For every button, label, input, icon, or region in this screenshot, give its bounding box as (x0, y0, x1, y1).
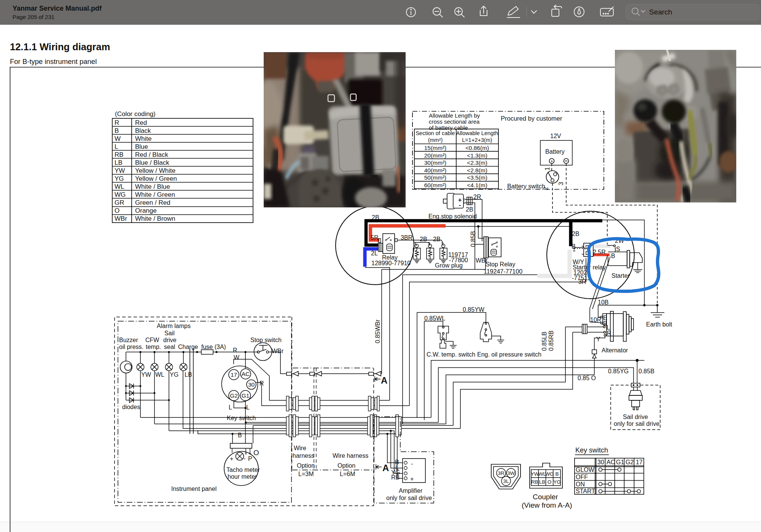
svg-text:AC: AC (607, 459, 615, 465)
svg-text:15(mm²): 15(mm²) (424, 145, 447, 151)
svg-text:B: B (555, 471, 559, 477)
svg-text:Option: Option (297, 462, 315, 469)
svg-text:2B: 2B (572, 231, 580, 237)
svg-text:3: 3 (558, 182, 564, 185)
svg-text:L: L (115, 143, 118, 150)
svg-text:temp.: temp. (146, 344, 161, 350)
svg-text:3R: 3R (498, 470, 505, 476)
svg-text:+: + (230, 456, 233, 462)
svg-text:2B: 2B (420, 236, 427, 242)
svg-text:<2.3(m): <2.3(m) (467, 159, 487, 166)
svg-text:White / Blue: White / Blue (135, 183, 170, 190)
svg-text:Blue: Blue (135, 143, 148, 150)
svg-text:0.85RB: 0.85RB (548, 331, 554, 351)
svg-text:3L: 3L (503, 478, 509, 484)
svg-text:B: B (238, 432, 242, 438)
svg-text:AC: AC (242, 371, 250, 377)
svg-text:O: O (115, 207, 119, 214)
svg-text:OFF: OFF (576, 474, 588, 480)
svg-text:Procured by customer: Procured by customer (501, 115, 562, 122)
svg-text:Stop Relay: Stop Relay (486, 261, 515, 268)
svg-text:YG: YG (170, 371, 178, 378)
svg-text:S: S (616, 246, 620, 252)
svg-text:<1.3(m): <1.3(m) (467, 152, 487, 159)
svg-text:Yanmar Service Manual.pdf: Yanmar Service Manual.pdf (13, 5, 102, 12)
svg-text:Grow plug: Grow plug (435, 262, 463, 269)
svg-text:YW: YW (115, 167, 125, 174)
svg-text:-: - (244, 455, 245, 462)
svg-text:G1: G1 (616, 459, 624, 465)
svg-text:17: 17 (636, 459, 643, 465)
svg-text:Battery switch: Battery switch (507, 183, 545, 190)
svg-text:Charge: Charge (178, 344, 198, 350)
svg-text:diodes: diodes (122, 404, 140, 410)
svg-text:GLOW: GLOW (576, 467, 595, 473)
svg-text:A: A (381, 375, 387, 385)
svg-text:seal: seal (164, 344, 175, 350)
svg-text:Key switch: Key switch (227, 415, 256, 421)
svg-text:Starter: Starter (611, 272, 630, 279)
svg-text:Orange: Orange (135, 207, 157, 214)
svg-text:50(mm²): 50(mm²) (424, 174, 447, 181)
svg-text:+: + (410, 476, 414, 482)
svg-text:17: 17 (231, 371, 237, 378)
svg-text:harness: harness (293, 452, 314, 459)
svg-text:Wire: Wire (294, 445, 306, 451)
svg-text:Green / Red: Green / Red (135, 199, 170, 206)
svg-text:WG: WG (545, 471, 554, 477)
svg-text:C.W. temp. switch: C.W. temp. switch (427, 351, 475, 358)
svg-text:drive: drive (163, 337, 177, 343)
svg-text:Yellow / Green: Yellow / Green (135, 175, 177, 182)
svg-text:<4.1(m): <4.1(m) (467, 182, 487, 188)
svg-text:Alarm lamps: Alarm lamps (157, 323, 191, 329)
svg-text:Sail drive: Sail drive (623, 414, 648, 420)
svg-text:Key switch: Key switch (575, 446, 608, 454)
svg-text:Option: Option (338, 462, 355, 469)
svg-text:3BR: 3BR (401, 234, 412, 241)
svg-text:Red: Red (135, 119, 147, 126)
svg-text:Wire harness: Wire harness (333, 452, 368, 459)
svg-text:40(mm²): 40(mm²) (424, 167, 447, 174)
svg-text:3W: 3W (507, 470, 515, 476)
svg-text:0.85YW: 0.85YW (463, 306, 485, 313)
svg-text:O: O (253, 449, 259, 457)
svg-text:2B: 2B (372, 214, 379, 221)
svg-text:2B: 2B (466, 206, 473, 213)
svg-text:(Color coding): (Color coding) (115, 110, 156, 118)
svg-text:WG: WG (115, 191, 126, 198)
svg-text:CFW: CFW (145, 337, 159, 343)
svg-text:fuse (3A): fuse (3A) (201, 344, 226, 350)
svg-text:Battery: Battery (545, 148, 565, 155)
svg-text:Eng. oil pressure switch: Eng. oil pressure switch (477, 351, 541, 358)
svg-text:0.85WBr: 0.85WBr (374, 319, 381, 343)
svg-text:oil press.: oil press. (119, 344, 143, 350)
svg-text:-: - (459, 202, 461, 208)
svg-text:LB: LB (115, 159, 123, 166)
svg-text:Stop switch: Stop switch (250, 337, 282, 343)
svg-text:Red / Black: Red / Black (135, 151, 168, 158)
svg-text:RB: RB (115, 151, 124, 158)
svg-text:Amplifier: Amplifier (399, 487, 423, 494)
svg-text:30: 30 (248, 381, 255, 388)
svg-text:(mm²): (mm²) (428, 137, 443, 143)
svg-text:10B: 10B (598, 299, 608, 306)
svg-text:0.85LB: 0.85LB (541, 331, 548, 351)
svg-text:R: R (607, 330, 611, 336)
svg-text:L=6M: L=6M (340, 471, 355, 477)
svg-text:0.85WL: 0.85WL (424, 315, 445, 322)
svg-text:30: 30 (597, 459, 604, 465)
svg-text:Y: Y (596, 336, 600, 342)
svg-text:Allowable Length: Allowable Length (456, 130, 498, 136)
svg-text:YG: YG (115, 175, 124, 182)
svg-text:G1: G1 (242, 392, 250, 399)
svg-text:Section of cable: Section of cable (416, 130, 455, 136)
svg-text:only for sail drive: only for sail drive (614, 421, 659, 427)
svg-text:R: R (115, 119, 119, 126)
svg-text:WBr: WBr (115, 215, 127, 222)
svg-text:Yellow / White: Yellow / White (135, 167, 175, 174)
svg-text:119247-77100: 119247-77100 (484, 268, 522, 275)
svg-text:Allowable Length by: Allowable Length by (429, 112, 480, 119)
svg-text:128990-77910: 128990-77910 (371, 260, 411, 266)
svg-text:Page 205 of 231: Page 205 of 231 (13, 14, 54, 20)
svg-text:<2.8(m): <2.8(m) (467, 167, 487, 174)
